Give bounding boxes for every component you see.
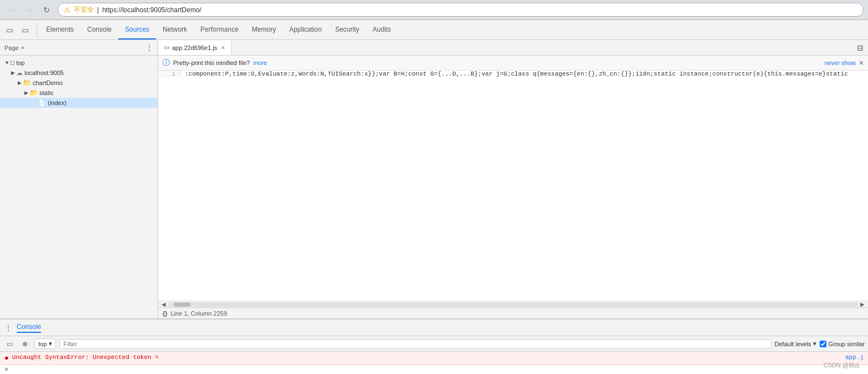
error-icon: ● xyxy=(4,354,9,362)
file-icon-index: 📄 xyxy=(38,99,46,107)
tab-security[interactable]: Security xyxy=(329,20,366,39)
browser-chrome: ← → ↻ ⚠ 不安全 | https://localhost:9005/cha… xyxy=(0,0,868,20)
panel-more-button[interactable]: ⋮ xyxy=(145,43,153,52)
console-toolbar: ▭ ⊗ top ▾ Default levels ▾ Group similar xyxy=(0,336,868,352)
tab-memory[interactable]: Memory xyxy=(245,20,282,39)
never-show-link[interactable]: never show xyxy=(825,59,856,66)
status-braces-icon: {} xyxy=(163,310,168,317)
console-section: ⋮ Console ▭ ⊗ top ▾ Default levels ▾ Gro… xyxy=(0,318,868,374)
source-tabs-bar: ▭ app.22d696e1.js × ⊟ xyxy=(158,40,868,56)
url-text: https://localhost:9005/chartDemo/ xyxy=(102,6,201,14)
tree-label-localhost: localhost:9005 xyxy=(24,69,64,76)
console-tab-label[interactable]: Console xyxy=(17,323,41,333)
file-panel-header: Page » ⋮ xyxy=(0,40,158,56)
console-clear-button[interactable]: ⊗ xyxy=(19,338,31,350)
back-button[interactable]: ← xyxy=(4,3,18,17)
source-code-area[interactable]: 1 :component:P,time:O,Evaluate:z,Words:N… xyxy=(158,71,868,301)
panel-chevron-icon: » xyxy=(21,44,24,51)
source-tab-name: app.22d696e1.js xyxy=(172,44,217,51)
tree-label-chartdemo: chartDemo xyxy=(33,79,63,86)
source-tab-app[interactable]: ▭ app.22d696e1.js × xyxy=(158,40,232,55)
tree-item-top[interactable]: ▼ □ top xyxy=(0,58,158,68)
reload-button[interactable]: ↻ xyxy=(40,3,53,17)
prompt-arrow-icon: > xyxy=(4,366,8,373)
console-collapse-button[interactable]: ▭ xyxy=(3,338,16,350)
devtools: ▭ ▭ Elements Console Sources Network Per… xyxy=(0,20,868,374)
source-panel: ▭ app.22d696e1.js × ⊟ ⓘ Pretty-print thi… xyxy=(158,40,868,318)
folder-icon-chartdemo: 📁 xyxy=(23,79,31,87)
console-header: ⋮ Console xyxy=(0,320,868,336)
folder-icon-static: 📁 xyxy=(29,89,38,97)
pretty-print-close-button[interactable]: × xyxy=(859,58,864,67)
inspect-element-button[interactable]: ▭ xyxy=(2,23,17,37)
status-bar: {} Line 1, Column 2259 xyxy=(158,307,868,318)
tab-audits[interactable]: Audits xyxy=(366,20,397,39)
tab-application[interactable]: Application xyxy=(282,20,329,39)
levels-label: Default levels xyxy=(775,341,811,347)
warning-icon: ⚠ xyxy=(64,6,70,14)
context-label: top xyxy=(38,341,47,347)
tree-arrow-localhost: ▶ xyxy=(11,70,15,76)
device-toolbar-button[interactable]: ▭ xyxy=(18,23,32,37)
tab-elements[interactable]: Elements xyxy=(39,20,80,39)
source-collapse-button[interactable]: ⊟ xyxy=(852,43,868,52)
tab-performance[interactable]: Performance xyxy=(194,20,245,39)
info-icon: ⓘ xyxy=(163,58,170,68)
address-bar[interactable]: ⚠ 不安全 | https://localhost:9005/chartDemo… xyxy=(58,3,864,17)
context-selector[interactable]: top ▾ xyxy=(34,338,56,349)
tree-item-localhost[interactable]: ▶ ☁ localhost:9005 xyxy=(0,68,158,78)
console-messages: ● Uncaught SyntaxError: Unexpected token… xyxy=(0,352,868,374)
status-position-text: Line 1, Column 2259 xyxy=(171,310,228,317)
panel-label: Page xyxy=(4,44,19,51)
file-panel: Page » ⋮ ▼ □ top ▶ ☁ localhost:9005 xyxy=(0,40,158,318)
tab-sources[interactable]: Sources xyxy=(118,20,156,39)
tree-label-static: static xyxy=(39,89,54,96)
context-arrow-icon: ▾ xyxy=(49,340,52,347)
devtools-icon-group: ▭ ▭ xyxy=(2,23,37,37)
tab-network[interactable]: Network xyxy=(156,20,194,39)
filter-input[interactable] xyxy=(59,339,771,349)
tree-label-top: top xyxy=(16,59,24,66)
pretty-print-bar: ⓘ Pretty-print this minified file? more … xyxy=(158,56,868,71)
error-link[interactable]: app.j xyxy=(845,354,864,361)
file-tree: ▼ □ top ▶ ☁ localhost:9005 ▶ 📁 chartDemo xyxy=(0,56,158,318)
levels-selector[interactable]: Default levels ▾ xyxy=(775,340,816,347)
pretty-print-more-link[interactable]: more xyxy=(253,59,267,66)
console-error-row: ● Uncaught SyntaxError: Unexpected token… xyxy=(0,352,868,365)
url-separator: | xyxy=(97,6,99,14)
forward-button[interactable]: → xyxy=(22,3,36,17)
tree-label-index: (index) xyxy=(48,99,67,106)
tree-item-index[interactable]: 📄 (index) xyxy=(0,98,158,108)
error-text: Uncaught SyntaxError: Unexpected token = xyxy=(12,354,159,361)
line-content-1: :component:P,time:O,Evaluate:z,Words:N,T… xyxy=(180,71,848,77)
pretty-print-text: Pretty-print this minified file? xyxy=(173,59,250,66)
insecure-label: 不安全 xyxy=(74,5,94,14)
devtools-tabs: Elements Console Sources Network Perform… xyxy=(39,20,398,39)
console-prompt-row: > xyxy=(0,365,868,374)
code-line-1: 1 :component:P,time:O,Evaluate:z,Words:N… xyxy=(158,71,868,81)
watermark: CSDN @韩zj xyxy=(824,361,859,370)
tree-arrow-top: ▼ xyxy=(4,60,9,66)
scroll-right-button[interactable]: ▶ xyxy=(859,301,866,308)
source-tab-close-button[interactable]: × xyxy=(220,44,226,52)
group-similar-label: Group similar xyxy=(829,341,865,347)
tree-arrow-chartdemo: ▶ xyxy=(18,80,22,86)
tree-arrow-static: ▶ xyxy=(24,90,28,96)
group-similar-control[interactable]: Group similar xyxy=(820,341,865,347)
devtools-toolbar: ▭ ▭ Elements Console Sources Network Per… xyxy=(0,20,868,40)
scrollbar-thumb[interactable] xyxy=(174,302,190,307)
line-number-1: 1 xyxy=(158,71,180,77)
horizontal-scrollbar[interactable]: ◀ ▶ xyxy=(158,301,868,307)
source-tab-icon: ▭ xyxy=(164,44,169,51)
checkbox-icon: □ xyxy=(11,59,14,67)
tree-item-static[interactable]: ▶ 📁 static xyxy=(0,88,158,98)
tree-item-chartdemo[interactable]: ▶ 📁 chartDemo xyxy=(0,78,158,88)
scrollbar-track[interactable] xyxy=(168,302,858,307)
devtools-body: Page » ⋮ ▼ □ top ▶ ☁ localhost:9005 xyxy=(0,40,868,318)
cloud-icon: ☁ xyxy=(16,69,23,77)
group-similar-checkbox[interactable] xyxy=(820,341,826,347)
scroll-left-button[interactable]: ◀ xyxy=(160,301,167,308)
levels-arrow-icon: ▾ xyxy=(813,340,816,347)
console-menu-icon[interactable]: ⋮ xyxy=(4,323,12,332)
tab-console[interactable]: Console xyxy=(80,20,118,39)
